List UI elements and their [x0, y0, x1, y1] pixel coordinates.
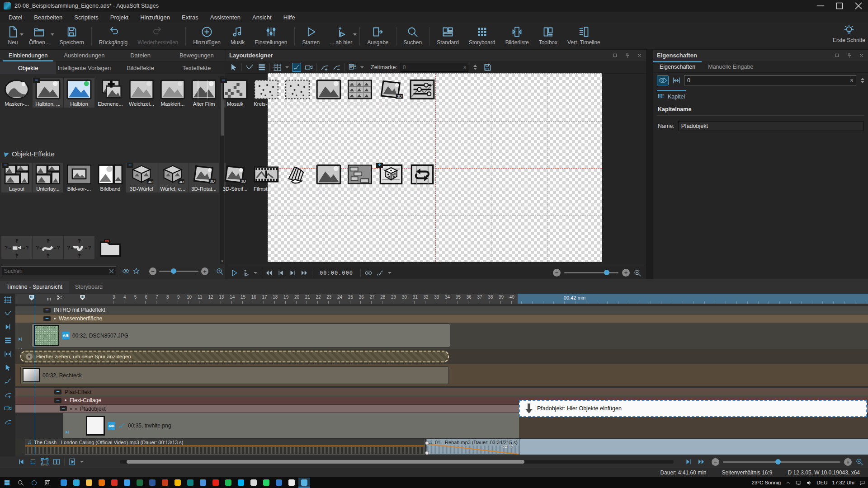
menu-item[interactable]: Extras [176, 13, 204, 22]
layout-toolbox-button[interactable]: Toolbox [534, 23, 562, 49]
layers-icon[interactable] [4, 336, 12, 345]
close-panel-icon[interactable] [859, 52, 864, 58]
start-button[interactable] [1, 478, 13, 488]
output-button[interactable]: Ausgabe [362, 23, 393, 49]
menu-item[interactable]: Bearbeiten [28, 13, 68, 22]
chapter-name-input[interactable] [678, 121, 863, 131]
canvas-zoom-in-button[interactable]: + [622, 269, 630, 277]
go-start-icon[interactable] [17, 458, 25, 466]
effect-tile[interactable]: Alter Film [189, 78, 219, 107]
transform-icon[interactable] [4, 404, 12, 413]
objekt-effekte-header[interactable]: Objekt-Effekte [3, 150, 55, 158]
effect-tile[interactable]: ???? [33, 236, 63, 258]
effect-tile[interactable]: 3D 3D-Streif... [220, 163, 250, 192]
path-options-caret[interactable] [388, 272, 392, 274]
close-panel-icon[interactable] [637, 52, 642, 58]
effect-tile[interactable]: Halbton [64, 78, 94, 107]
task-view-button[interactable] [42, 478, 53, 488]
music-button[interactable]: Musik [226, 23, 250, 49]
effect-tile[interactable]: Bildband [95, 163, 125, 192]
camera-icon[interactable] [304, 63, 313, 72]
path-options-icon[interactable] [376, 269, 384, 277]
aspect-tool-icon[interactable] [4, 296, 12, 304]
effect-tile[interactable]: Ken-Burn... [314, 163, 344, 192]
visibility-toggle[interactable] [657, 75, 669, 85]
prev-button[interactable] [277, 269, 285, 277]
effect-tile[interactable]: Unterlay... [33, 163, 63, 192]
track-chapter-wasseroberflaeche[interactable]: − Wasseroberfläche [15, 314, 868, 323]
page-select-icon[interactable] [68, 458, 76, 466]
taskbar-app-mail[interactable] [58, 478, 70, 488]
first-steps-button[interactable]: Erste Schritte [833, 24, 865, 43]
collapse-icon[interactable]: − [43, 316, 51, 321]
tray-chevron-icon[interactable] [785, 480, 791, 486]
collapse-icon[interactable]: − [43, 308, 51, 313]
favorites-star-icon[interactable] [132, 267, 140, 275]
audio-clip-rehab[interactable]: 01 - Rehab.mp3 (Dauer: 03:34/215 s) +02:… [426, 439, 520, 455]
effect-tile[interactable]: Form-Mo... [283, 78, 312, 107]
node-plus-icon[interactable] [4, 390, 12, 399]
path-icon[interactable] [4, 377, 12, 385]
effect-tile[interactable]: Ebenene... [95, 78, 125, 107]
effect-tile[interactable]: 3D 3D-Rotat... [189, 163, 219, 192]
timeline-ruler[interactable]: 3456789101112131415161718192021222324252… [15, 294, 868, 304]
path-tool-icon[interactable] [292, 63, 301, 72]
timeline-zoom-out-button[interactable]: − [712, 458, 719, 466]
effect-tile[interactable]: Masken-... [2, 78, 32, 107]
play-from-here-button[interactable] [242, 269, 250, 277]
ruler-unit-label[interactable]: m [47, 296, 51, 301]
effect-tile[interactable]: Schatten... [314, 78, 344, 107]
effects-subtab[interactable]: Texteffekte [169, 61, 225, 74]
effect-tile[interactable]: 3D 3D-Rotat... [376, 78, 406, 107]
forward-button[interactable] [300, 269, 308, 277]
settings-button[interactable]: Einstellungen [250, 23, 292, 49]
effect-tile[interactable]: Überlapp... [345, 163, 375, 192]
collapse-icon[interactable]: − [60, 406, 67, 411]
timeline-fit-icon[interactable] [855, 458, 863, 466]
tab-manuelle-eingabe[interactable]: Manuelle Eingabe [702, 61, 760, 72]
layout-vert-timeline-button[interactable]: Vert. Timeline [562, 23, 605, 49]
audio-clip-clash[interactable]: The Clash - London Calling (Official Vid… [25, 439, 425, 455]
ruler-selection[interactable]: 00:42 min [518, 294, 868, 304]
chapter-dropdown-caret[interactable] [360, 66, 364, 68]
taskbar-app-excel[interactable] [134, 478, 146, 488]
zoom-out-button[interactable]: − [149, 267, 156, 275]
fit-view-icon[interactable] [633, 269, 642, 277]
zoom-selection-icon[interactable] [29, 458, 37, 466]
layout-bilderliste-button[interactable]: Bilderliste [500, 23, 534, 49]
tab-eigenschaften[interactable]: Eigenschaften [653, 61, 702, 72]
envelope-node[interactable] [425, 441, 429, 445]
split-icon[interactable] [4, 350, 12, 358]
new-track-dropzone[interactable]: ▼ Hierher ziehen, um neue Spur anzulegen… [20, 351, 449, 362]
fit-project-icon[interactable] [41, 458, 49, 466]
effect-tile[interactable]: Texturkac... [345, 78, 375, 107]
grid-dropdown-caret[interactable] [285, 66, 289, 68]
redo-button[interactable]: Wiederherstellen [132, 23, 183, 49]
taskbar-app-store[interactable] [121, 478, 133, 488]
effect-tile[interactable]: Wiederh... [407, 163, 437, 192]
taskbar-app-aquasoft[interactable] [298, 478, 310, 488]
timeline-zoom-slider[interactable] [723, 461, 840, 463]
effects-subtab[interactable]: Bildeffekte [113, 61, 169, 74]
select-tool-icon[interactable] [229, 63, 238, 72]
align-icon[interactable] [4, 363, 12, 372]
menu-item[interactable]: Hilfe [278, 13, 301, 22]
volume-tray-icon[interactable] [806, 480, 812, 486]
zoom-in-button[interactable]: + [201, 267, 208, 275]
clip-trwhite[interactable]: A/B 00:35, trwhite.png [84, 416, 355, 436]
grid-icon[interactable] [273, 63, 282, 72]
effect-tile[interactable]: ???? [64, 236, 94, 258]
search-button[interactable]: Suchen [399, 23, 427, 49]
zoom-to-end-icon[interactable] [684, 458, 693, 466]
effects-search-input[interactable] [1, 266, 116, 276]
menu-item[interactable]: Ansicht [246, 13, 278, 22]
collapse-icon[interactable]: − [54, 389, 61, 394]
clear-search-icon[interactable] [108, 267, 115, 275]
layout-storyboard-button[interactable]: Storyboard [464, 23, 500, 49]
timeline-zoom-in-button[interactable]: + [844, 458, 852, 466]
canvas-zoom-slider[interactable] [564, 272, 618, 273]
chapter-view-icon[interactable] [348, 63, 357, 72]
open-button[interactable]: Öffnen... [24, 23, 55, 49]
playhead-line[interactable] [35, 294, 35, 455]
taskbar-app-skype[interactable] [235, 478, 247, 488]
